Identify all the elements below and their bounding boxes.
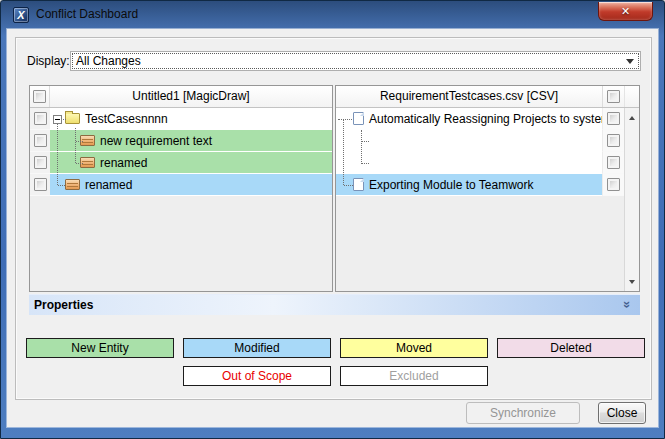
row-checkbox[interactable] xyxy=(607,134,620,147)
legend-deleted[interactable]: Deleted xyxy=(497,338,645,358)
row-checkbox[interactable] xyxy=(34,156,47,169)
tree-item-label: TestCasesnnnn xyxy=(85,112,168,126)
row-checkbox[interactable] xyxy=(607,112,620,125)
tree-item-label: Exporting Module to Teamwork xyxy=(369,178,534,192)
arrow-down-icon xyxy=(629,280,635,284)
requirement-icon xyxy=(80,157,95,168)
legend-row-1: New Entity Modified Moved Deleted xyxy=(26,338,645,358)
tree-item-label: new requirement text xyxy=(100,134,212,148)
table-row[interactable] xyxy=(336,152,624,174)
legend-moved[interactable]: Moved xyxy=(340,338,488,358)
tree-item-label: Automatically Reassigning Projects to sy… xyxy=(369,112,602,126)
dialog-content: Display: All Changes Untitled1 [MagicDra… xyxy=(7,29,658,427)
tree-item-label: renamed xyxy=(85,178,132,192)
table-row[interactable]: Automatically Reassigning Projects to sy… xyxy=(336,108,624,130)
table-row[interactable]: Exporting Module to Teamwork xyxy=(336,174,624,196)
source-tree-panel: Untitled1 [MagicDraw] TestCasesnnnn xyxy=(29,85,333,292)
target-tree-header: RequirementTestcases.csv [CSV] xyxy=(336,86,639,108)
folder-icon xyxy=(65,113,80,124)
legend-new-entity[interactable]: New Entity xyxy=(26,338,174,358)
arrow-up-icon xyxy=(629,116,635,120)
synchronize-button[interactable]: Synchronize xyxy=(466,402,580,424)
close-icon: ✕ xyxy=(621,5,630,18)
vertical-scrollbar[interactable] xyxy=(624,108,639,291)
table-row[interactable]: new requirement text xyxy=(30,130,332,152)
collapse-chevrons-icon: » xyxy=(620,300,635,309)
properties-label: Properties xyxy=(29,298,623,312)
legend-out-of-scope[interactable]: Out of Scope xyxy=(183,366,331,386)
table-row[interactable] xyxy=(336,130,624,152)
title-bar[interactable]: X Conflict Dashboard ✕ xyxy=(1,1,664,29)
select-all-left-checkbox[interactable] xyxy=(33,90,46,103)
row-checkbox[interactable] xyxy=(34,134,47,147)
legend-row-2: Out of Scope Excluded xyxy=(183,366,488,386)
row-checkbox[interactable] xyxy=(34,178,47,191)
table-row[interactable]: renamed xyxy=(30,152,332,174)
document-icon xyxy=(353,112,364,125)
target-tree-body: Automatically Reassigning Projects to sy… xyxy=(336,108,624,292)
display-label: Display: xyxy=(27,54,70,68)
requirement-icon xyxy=(65,179,80,190)
source-tree-body: TestCasesnnnn new requirement text xyxy=(30,108,332,292)
legend-modified[interactable]: Modified xyxy=(183,338,331,358)
legend-excluded[interactable]: Excluded xyxy=(340,366,488,386)
chevron-down-icon xyxy=(626,59,634,64)
properties-section-header[interactable]: Properties » xyxy=(29,294,640,315)
source-tree-title: Untitled1 [MagicDraw] xyxy=(50,86,332,107)
magicdraw-app-icon: X xyxy=(13,7,29,23)
select-all-right-checkbox[interactable] xyxy=(607,90,620,103)
close-button[interactable]: Close xyxy=(598,402,646,424)
row-checkbox[interactable] xyxy=(607,178,620,191)
tree-item-label: renamed xyxy=(100,156,147,170)
document-icon xyxy=(353,178,364,191)
target-tree-panel: RequirementTestcases.csv [CSV] Automatic… xyxy=(335,85,640,292)
scroll-down-button[interactable] xyxy=(625,274,639,289)
conflict-dashboard-window: X Conflict Dashboard ✕ Display: All Chan… xyxy=(0,0,665,439)
combobox-focus-ring: All Changes xyxy=(72,53,639,69)
window-close-button[interactable]: ✕ xyxy=(598,2,653,21)
conflict-panel: Display: All Changes Untitled1 [MagicDra… xyxy=(15,37,652,400)
row-checkbox[interactable] xyxy=(34,112,47,125)
requirement-icon xyxy=(80,135,95,146)
collapse-expander-icon[interactable] xyxy=(53,115,62,124)
scroll-up-button[interactable] xyxy=(625,110,639,125)
dialog-footer: Synchronize Close xyxy=(466,402,646,424)
combobox-value: All Changes xyxy=(73,54,141,68)
table-row[interactable]: TestCasesnnnn xyxy=(30,108,332,130)
source-tree-header: Untitled1 [MagicDraw] xyxy=(30,86,332,108)
window-title: Conflict Dashboard xyxy=(36,1,138,29)
table-row[interactable]: renamed xyxy=(30,174,332,196)
display-combobox[interactable]: All Changes xyxy=(70,51,641,71)
target-tree-title: RequirementTestcases.csv [CSV] xyxy=(336,86,602,107)
row-checkbox[interactable] xyxy=(607,156,620,169)
